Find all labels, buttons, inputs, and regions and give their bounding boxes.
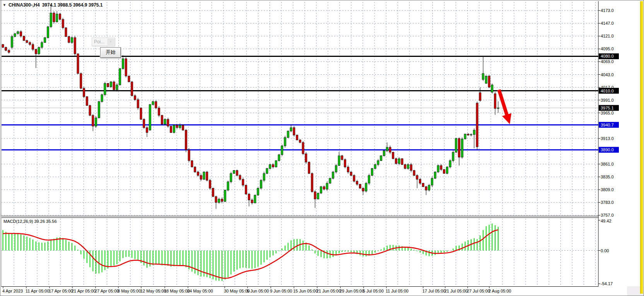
- macd-layer: [3, 224, 498, 281]
- date-label: 17 Apr 05:00: [49, 289, 73, 293]
- date-label: 12 May 05:00: [140, 289, 166, 293]
- date-label: 30 May 05:00: [224, 289, 250, 293]
- price-tick-label: 4121.0: [601, 34, 614, 38]
- date-label: 11 Apr 05:00: [26, 289, 50, 293]
- price-tick-label: 4095.0: [601, 46, 614, 51]
- level-price-label: 3940.7: [601, 123, 614, 127]
- date-label: 15 Jun 05:00: [293, 289, 318, 293]
- poi-panel-title: Poi...: [92, 39, 108, 44]
- mt4-chart-window: 4173.04147.04121.04095.04069.04043.04017…: [0, 0, 644, 296]
- date-label: 21 Jul 05:00: [444, 289, 468, 293]
- macd-indicator-label: MACD(12,26,9) 39.26 35.56: [3, 219, 57, 224]
- date-label: 17 Jul 05:00: [422, 289, 446, 293]
- chart-title-ohlc: 3974.1 3988.5 3964.9 3975.1: [42, 2, 103, 8]
- date-label: 9 Jun 05:00: [270, 289, 292, 293]
- date-label: 11 Jul 05:00: [386, 289, 408, 293]
- date-label: 21 Apr 05:00: [72, 289, 96, 293]
- price-tick-label: 4173.0: [601, 8, 614, 13]
- start-button[interactable]: 开始: [100, 47, 121, 58]
- date-label: 8 May 05:00: [118, 289, 141, 293]
- price-tick-label: 3809.0: [601, 187, 614, 192]
- price-tick-label: 4043.0: [601, 72, 614, 77]
- symbol-dropdown-triangle-icon[interactable]: ▼: [3, 3, 6, 7]
- price-tick-label: 3861.0: [601, 162, 614, 166]
- level-lines-layer: [1, 56, 598, 150]
- price-tick-label: 3965.0: [601, 111, 614, 115]
- chart-titlebar: ▼CHINA300-,H43974.1 3988.5 3964.9 3975.1: [3, 2, 102, 8]
- down-arrow-icon: [499, 90, 511, 124]
- macd-axis-label: 0.00: [601, 248, 609, 253]
- date-label: 18 May 05:00: [164, 289, 190, 293]
- close-icon[interactable]: ×: [108, 39, 114, 45]
- date-label: 21 Jun 05:00: [316, 289, 341, 293]
- price-tick-label: 4069.0: [601, 59, 614, 64]
- level-price-label: 3975.1: [601, 106, 614, 110]
- price-axis-labels: 4173.04147.04121.04095.04069.04043.04017…: [598, 8, 619, 286]
- price-tick-label: 3783.0: [601, 200, 614, 205]
- candles-layer: [2, 5, 499, 209]
- macd-axis-label: -54.17: [601, 281, 613, 286]
- macd-values: 39.26 35.56: [34, 219, 56, 224]
- price-tick-label: 3913.0: [601, 136, 614, 141]
- level-price-label: 4010.0: [601, 89, 614, 93]
- chart-symbol-title: CHINA300-,H4: [9, 2, 40, 8]
- macd-axis-label: 49.42: [601, 219, 612, 223]
- date-label: 2 Aug 05:00: [489, 289, 511, 293]
- date-label: 5 Jul 05:00: [363, 289, 384, 293]
- date-label: 27 Jul 05:00: [467, 289, 490, 293]
- date-label: 29 Jun 05:00: [340, 289, 364, 293]
- price-tick-label: 3835.0: [601, 175, 614, 179]
- right-edge-highlight-strip: [640, 1, 643, 294]
- date-label: 5 Jun 05:00: [247, 289, 269, 293]
- level-price-label: 4080.0: [601, 54, 614, 58]
- price-tick-label: 3991.0: [601, 98, 614, 103]
- date-label: 27 Apr 05:00: [95, 289, 119, 293]
- poi-ea-panel[interactable]: Poi... ×: [92, 38, 115, 46]
- price-tick-label: 3757.0: [601, 213, 614, 217]
- level-price-label: 3890.0: [601, 147, 614, 152]
- price-tick-label: 4147.0: [601, 21, 614, 26]
- macd-name: MACD(12,26,9): [3, 219, 33, 224]
- date-label: 4 Apr 2023: [2, 289, 23, 293]
- date-axis-layer: 4 Apr 202311 Apr 05:0017 Apr 05:0021 Apr…: [2, 287, 511, 293]
- date-label: 24 May 05:00: [187, 289, 213, 293]
